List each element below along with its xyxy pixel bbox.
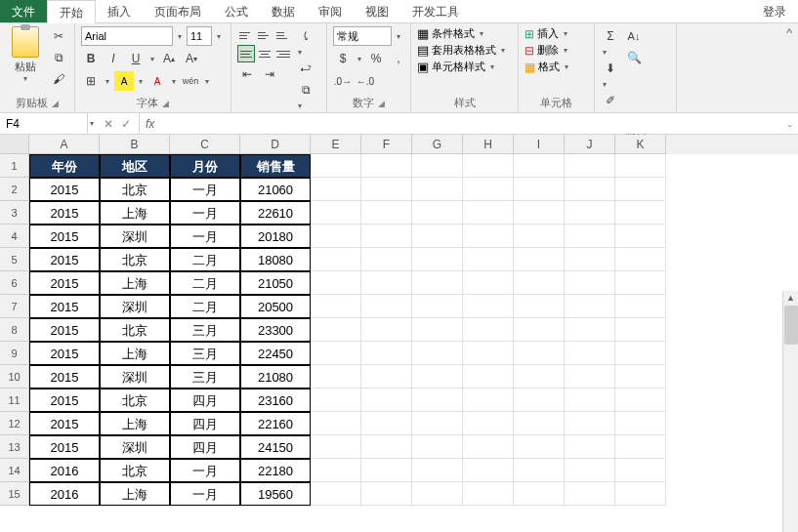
cell[interactable]: 上海 [100, 412, 170, 435]
cell[interactable] [565, 459, 615, 482]
increase-indent-button[interactable]: ⇥ [260, 64, 279, 84]
accounting-format-button[interactable]: $ [333, 49, 353, 68]
cell[interactable] [615, 342, 666, 365]
chevron-down-icon[interactable]: ▾ [88, 119, 96, 128]
align-right-button[interactable] [274, 45, 292, 62]
cell[interactable] [311, 435, 361, 459]
cell[interactable] [565, 271, 615, 295]
orientation-button[interactable]: ⤹ [296, 26, 315, 46]
scroll-up-icon[interactable]: ▲ [783, 291, 798, 305]
cell[interactable]: 二月 [170, 271, 240, 295]
cell[interactable] [463, 459, 514, 482]
cell[interactable] [311, 295, 361, 318]
cell[interactable] [463, 154, 514, 178]
cell[interactable] [615, 412, 666, 435]
cell[interactable] [514, 178, 565, 201]
scrollbar-thumb[interactable] [784, 306, 798, 345]
phonetic-button[interactable]: wén [181, 71, 200, 91]
row-header[interactable]: 5 [0, 248, 29, 271]
spreadsheet-grid[interactable]: ABCDEFGHIJK 123456789101112131415 年份地区月份… [0, 135, 798, 532]
cell[interactable] [311, 459, 361, 482]
insert-cells-button[interactable]: ⊞插入▾ [525, 26, 569, 41]
decrease-decimal-button[interactable]: ←.0 [356, 71, 375, 91]
column-header[interactable]: A [29, 135, 100, 154]
chevron-down-icon[interactable]: ▾ [148, 55, 156, 63]
cell[interactable] [311, 365, 361, 389]
cell[interactable] [311, 318, 361, 342]
delete-cells-button[interactable]: ⊟删除▾ [525, 43, 569, 58]
cell[interactable]: 2015 [29, 178, 100, 201]
row-header[interactable]: 1 [0, 154, 29, 178]
row-header[interactable]: 2 [0, 178, 29, 201]
cell[interactable] [412, 482, 463, 506]
cell[interactable]: 北京 [100, 178, 170, 201]
cell[interactable] [514, 435, 565, 459]
cell[interactable]: 北京 [100, 318, 170, 342]
underline-button[interactable]: U [126, 49, 146, 68]
tab-公式[interactable]: 公式 [213, 0, 260, 22]
cell[interactable] [565, 482, 615, 506]
cell[interactable]: 深圳 [100, 295, 170, 318]
cancel-formula-icon[interactable]: ✕ [104, 117, 113, 131]
cell[interactable] [361, 178, 412, 201]
align-middle-button[interactable] [256, 26, 273, 44]
row-header[interactable]: 6 [0, 271, 29, 295]
cell[interactable] [514, 154, 565, 178]
cell[interactable]: 一月 [170, 225, 240, 248]
cell[interactable] [361, 459, 412, 482]
font-color-button[interactable]: A [147, 71, 167, 91]
cell[interactable] [361, 389, 412, 412]
cell[interactable] [615, 178, 666, 201]
cell[interactable] [412, 389, 463, 412]
cell[interactable] [615, 295, 666, 318]
column-header[interactable]: K [615, 135, 666, 154]
chevron-down-icon[interactable]: ▾ [176, 32, 184, 41]
collapse-ribbon-icon[interactable]: ^ [786, 25, 792, 40]
cell[interactable] [565, 412, 615, 435]
row-header[interactable]: 11 [0, 389, 29, 412]
cell[interactable]: 20500 [240, 295, 311, 318]
tab-视图[interactable]: 视图 [354, 0, 400, 22]
chevron-down-icon[interactable]: ▾ [104, 77, 111, 86]
cell[interactable] [412, 178, 463, 201]
align-top-button[interactable] [237, 26, 255, 44]
cell[interactable] [311, 201, 361, 225]
row-header[interactable]: 8 [0, 318, 29, 342]
cell[interactable] [463, 435, 514, 459]
vertical-scrollbar[interactable]: ▲ [782, 291, 798, 532]
cell[interactable] [463, 295, 514, 318]
cell[interactable]: 北京 [100, 389, 170, 412]
cell[interactable] [565, 225, 615, 248]
cell[interactable]: 上海 [100, 271, 170, 295]
cell[interactable]: 四月 [170, 435, 240, 459]
row-header[interactable]: 13 [0, 435, 29, 459]
cell[interactable] [311, 482, 361, 506]
cell[interactable]: 四月 [170, 389, 240, 412]
cell[interactable] [463, 365, 514, 389]
cell[interactable]: 18080 [240, 248, 311, 271]
cell[interactable]: 2015 [29, 295, 100, 318]
cell[interactable] [412, 435, 463, 459]
cell[interactable] [311, 412, 361, 435]
cell[interactable] [361, 342, 412, 365]
cell[interactable]: 四月 [170, 412, 240, 435]
cell[interactable] [514, 365, 565, 389]
cell[interactable]: 2015 [29, 435, 100, 459]
cell[interactable] [514, 271, 565, 295]
cell[interactable] [463, 318, 514, 342]
chevron-down-icon[interactable]: ▾ [203, 77, 211, 86]
cell[interactable]: 三月 [170, 318, 240, 342]
chevron-down-icon[interactable]: ▾ [356, 55, 363, 63]
cell[interactable] [514, 482, 565, 506]
cell[interactable]: 月份 [170, 154, 240, 178]
cell[interactable]: 22180 [240, 459, 311, 482]
increase-decimal-button[interactable]: .0→ [333, 71, 353, 91]
cell[interactable]: 22610 [240, 201, 311, 225]
cell[interactable]: 2015 [29, 225, 100, 248]
cell[interactable]: 三月 [170, 342, 240, 365]
format-painter-button[interactable]: 🖌 [49, 69, 68, 89]
cell[interactable] [463, 178, 514, 201]
cell[interactable] [565, 389, 615, 412]
cell[interactable]: 20180 [240, 225, 311, 248]
cell[interactable] [311, 225, 361, 248]
